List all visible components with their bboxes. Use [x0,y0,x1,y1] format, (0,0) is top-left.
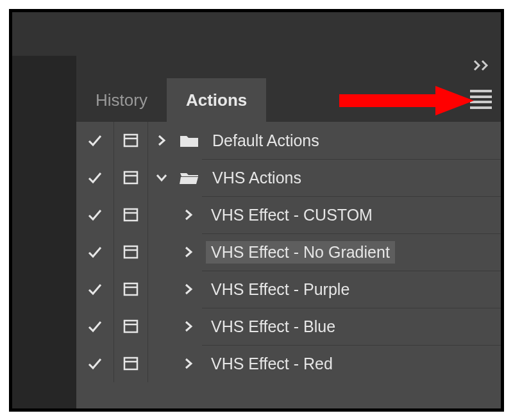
dialog-toggle[interactable] [114,196,148,233]
row-label[interactable]: VHS Effect - Blue [202,308,501,345]
app-frame: History Actions Default ActionsVHS Actio… [9,9,504,412]
action-row[interactable]: VHS Effect - Blue [76,308,501,345]
folder-icon [175,159,203,196]
row-label[interactable]: VHS Effect - No Gradient [202,233,501,271]
row-label-text: VHS Effect - No Gradient [206,241,395,264]
chevron-down-icon[interactable] [148,159,175,196]
row-label[interactable]: VHS Actions [203,159,501,196]
svg-rect-4 [124,172,137,183]
row-label[interactable]: VHS Effect - Purple [202,271,501,308]
action-row[interactable]: VHS Effect - Purple [76,271,501,308]
svg-rect-6 [124,209,137,221]
svg-rect-2 [124,135,137,146]
svg-rect-10 [124,283,137,295]
toggle-checkbox[interactable] [76,122,114,159]
row-label-text: VHS Effect - Red [206,353,338,375]
actions-list[interactable]: Default ActionsVHS ActionsVHS Effect - C… [76,122,501,408]
svg-marker-1 [435,86,474,115]
panel-menu-button[interactable] [470,90,492,109]
toggle-checkbox[interactable] [76,196,114,233]
actions-panel: History Actions Default ActionsVHS Actio… [76,78,501,408]
chevron-right-icon[interactable] [175,308,202,345]
toggle-checkbox[interactable] [76,308,114,345]
dialog-toggle[interactable] [114,233,148,271]
toggle-checkbox[interactable] [76,345,114,382]
chevron-right-icon[interactable] [175,345,202,382]
action-set-row[interactable]: VHS Actions [76,159,501,196]
svg-rect-14 [124,358,137,369]
row-label[interactable]: Default Actions [203,122,501,159]
dialog-toggle[interactable] [114,122,148,159]
row-label-text: Default Actions [207,130,324,152]
row-label[interactable]: VHS Effect - CUSTOM [202,196,501,233]
row-label-text: VHS Actions [207,167,307,189]
svg-rect-8 [124,246,137,258]
action-row[interactable]: VHS Effect - CUSTOM [76,196,501,233]
action-set-row[interactable]: Default Actions [76,122,501,159]
row-label-text: VHS Effect - CUSTOM [206,204,378,226]
dialog-toggle[interactable] [114,271,148,308]
dialog-toggle[interactable] [114,308,148,345]
toggle-checkbox[interactable] [76,159,114,196]
dialog-toggle[interactable] [114,345,148,382]
row-label-text: VHS Effect - Blue [206,315,341,338]
chevron-right-icon[interactable] [175,271,202,308]
row-label[interactable]: VHS Effect - Red [202,345,501,382]
row-label-text: VHS Effect - Purple [206,278,355,301]
tab-actions[interactable]: Actions [167,78,266,122]
action-row[interactable]: VHS Effect - No Gradient [76,233,501,271]
annotation-arrow-icon [339,85,480,117]
dock-gutter [12,56,76,408]
folder-icon [175,122,203,159]
panel-tabs: History Actions [76,78,501,122]
svg-rect-12 [124,321,137,332]
toggle-checkbox[interactable] [76,271,114,308]
chevron-right-icon[interactable] [148,122,175,159]
chevron-right-icon[interactable] [175,233,202,271]
title-bar [12,12,501,56]
tab-history[interactable]: History [76,78,167,122]
toggle-checkbox[interactable] [76,233,114,271]
dialog-toggle[interactable] [114,159,148,196]
expand-dock-button[interactable] [469,57,495,75]
action-row[interactable]: VHS Effect - Red [76,345,501,382]
chevron-right-icon[interactable] [175,196,202,233]
